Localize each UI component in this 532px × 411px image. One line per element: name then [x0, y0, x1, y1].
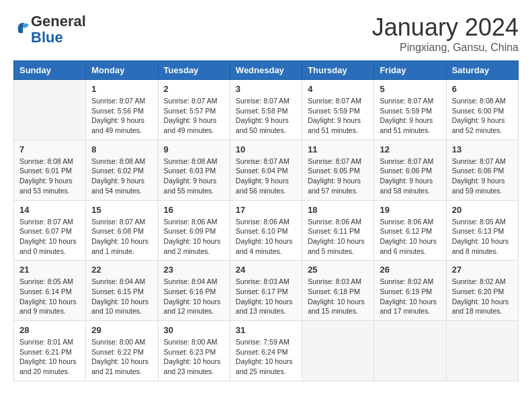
- calendar-cell: 21Sunrise: 8:05 AMSunset: 6:14 PMDayligh…: [14, 261, 86, 321]
- calendar-cell: 6Sunrise: 8:08 AMSunset: 6:00 PMDaylight…: [446, 80, 518, 140]
- day-number: 29: [91, 325, 152, 335]
- day-info: Sunrise: 8:03 AMSunset: 6:17 PMDaylight:…: [236, 277, 296, 316]
- calendar-cell: 17Sunrise: 8:06 AMSunset: 6:10 PMDayligh…: [230, 200, 302, 261]
- calendar-cell: 13Sunrise: 8:07 AMSunset: 6:06 PMDayligh…: [446, 140, 518, 200]
- day-info: Sunrise: 8:08 AMSunset: 6:00 PMDaylight:…: [452, 96, 513, 136]
- calendar-week-row: 21Sunrise: 8:05 AMSunset: 6:14 PMDayligh…: [14, 261, 519, 321]
- calendar-cell: 16Sunrise: 8:06 AMSunset: 6:09 PMDayligh…: [158, 200, 230, 261]
- day-number: 5: [380, 84, 440, 94]
- calendar-cell: 8Sunrise: 8:08 AMSunset: 6:02 PMDaylight…: [86, 140, 158, 200]
- day-number: 3: [236, 84, 296, 94]
- header-friday: Friday: [374, 61, 446, 80]
- day-info: Sunrise: 8:00 AMSunset: 6:22 PMDaylight:…: [91, 337, 152, 377]
- calendar-table: SundayMondayTuesdayWednesdayThursdayFrid…: [13, 60, 519, 381]
- day-info: Sunrise: 8:07 AMSunset: 6:05 PMDaylight:…: [308, 156, 368, 196]
- header-monday: Monday: [86, 61, 158, 80]
- calendar-cell: 31Sunrise: 7:59 AMSunset: 6:24 PMDayligh…: [230, 321, 302, 381]
- header-tuesday: Tuesday: [158, 61, 230, 80]
- day-number: 26: [380, 265, 440, 275]
- calendar-cell: [14, 80, 86, 140]
- day-number: 13: [452, 144, 513, 154]
- calendar-cell: 23Sunrise: 8:04 AMSunset: 6:16 PMDayligh…: [158, 261, 230, 321]
- day-number: 9: [164, 144, 224, 154]
- location-text: Pingxiang, Gansu, China: [372, 42, 519, 54]
- header-thursday: Thursday: [302, 61, 374, 80]
- day-info: Sunrise: 8:07 AMSunset: 6:04 PMDaylight:…: [236, 156, 296, 196]
- calendar-week-row: 28Sunrise: 8:01 AMSunset: 6:21 PMDayligh…: [14, 321, 519, 381]
- calendar-week-row: 7Sunrise: 8:08 AMSunset: 6:01 PMDaylight…: [14, 140, 519, 200]
- logo: General Blue: [13, 13, 86, 46]
- day-info: Sunrise: 8:07 AMSunset: 5:56 PMDaylight:…: [91, 96, 152, 136]
- day-info: Sunrise: 8:08 AMSunset: 6:01 PMDaylight:…: [19, 156, 80, 196]
- day-info: Sunrise: 8:01 AMSunset: 6:21 PMDaylight:…: [19, 337, 80, 377]
- day-number: 6: [452, 84, 513, 94]
- day-number: 14: [19, 205, 80, 215]
- day-number: 23: [164, 265, 224, 275]
- day-number: 11: [308, 144, 368, 154]
- calendar-cell: 7Sunrise: 8:08 AMSunset: 6:01 PMDaylight…: [14, 140, 86, 200]
- day-info: Sunrise: 8:07 AMSunset: 6:06 PMDaylight:…: [452, 156, 513, 196]
- day-info: Sunrise: 8:02 AMSunset: 6:19 PMDaylight:…: [380, 277, 440, 316]
- day-info: Sunrise: 8:04 AMSunset: 6:15 PMDaylight:…: [91, 277, 152, 316]
- day-number: 10: [236, 144, 296, 154]
- day-info: Sunrise: 7:59 AMSunset: 6:24 PMDaylight:…: [236, 337, 296, 377]
- calendar-cell: 22Sunrise: 8:04 AMSunset: 6:15 PMDayligh…: [86, 261, 158, 321]
- day-info: Sunrise: 8:00 AMSunset: 6:23 PMDaylight:…: [164, 337, 224, 377]
- day-info: Sunrise: 8:03 AMSunset: 6:18 PMDaylight:…: [308, 277, 368, 316]
- calendar-cell: 18Sunrise: 8:06 AMSunset: 6:11 PMDayligh…: [302, 200, 374, 261]
- calendar-cell: 25Sunrise: 8:03 AMSunset: 6:18 PMDayligh…: [302, 261, 374, 321]
- day-number: 25: [308, 265, 368, 275]
- day-info: Sunrise: 8:07 AMSunset: 5:58 PMDaylight:…: [236, 96, 296, 136]
- calendar-cell: 11Sunrise: 8:07 AMSunset: 6:05 PMDayligh…: [302, 140, 374, 200]
- calendar-cell: 27Sunrise: 8:02 AMSunset: 6:20 PMDayligh…: [446, 261, 518, 321]
- day-number: 24: [236, 265, 296, 275]
- calendar-cell: 3Sunrise: 8:07 AMSunset: 5:58 PMDaylight…: [230, 80, 302, 140]
- calendar-cell: 9Sunrise: 8:08 AMSunset: 6:03 PMDaylight…: [158, 140, 230, 200]
- day-number: 7: [19, 144, 80, 154]
- calendar-cell: 24Sunrise: 8:03 AMSunset: 6:17 PMDayligh…: [230, 261, 302, 321]
- day-number: 1: [91, 84, 152, 94]
- calendar-cell: 19Sunrise: 8:06 AMSunset: 6:12 PMDayligh…: [374, 200, 446, 261]
- day-number: 17: [236, 205, 296, 215]
- calendar-cell: 10Sunrise: 8:07 AMSunset: 6:04 PMDayligh…: [230, 140, 302, 200]
- day-number: 15: [91, 205, 152, 215]
- day-info: Sunrise: 8:06 AMSunset: 6:09 PMDaylight:…: [164, 217, 224, 257]
- day-info: Sunrise: 8:02 AMSunset: 6:20 PMDaylight:…: [452, 277, 513, 316]
- day-number: 4: [308, 84, 368, 94]
- calendar-cell: [302, 321, 374, 381]
- day-info: Sunrise: 8:08 AMSunset: 6:03 PMDaylight:…: [164, 156, 224, 196]
- day-number: 30: [164, 325, 224, 335]
- calendar-cell: [446, 321, 518, 381]
- day-info: Sunrise: 8:06 AMSunset: 6:10 PMDaylight:…: [236, 217, 296, 257]
- logo-icon: [15, 20, 31, 36]
- calendar-cell: 14Sunrise: 8:07 AMSunset: 6:07 PMDayligh…: [14, 200, 86, 261]
- page-header: General Blue January 2024 Pingxiang, Gan…: [13, 13, 519, 54]
- day-info: Sunrise: 8:07 AMSunset: 5:59 PMDaylight:…: [308, 96, 368, 136]
- title-block: January 2024 Pingxiang, Gansu, China: [372, 13, 519, 54]
- day-number: 28: [19, 325, 80, 335]
- day-info: Sunrise: 8:05 AMSunset: 6:13 PMDaylight:…: [452, 217, 513, 257]
- day-info: Sunrise: 8:07 AMSunset: 5:57 PMDaylight:…: [164, 96, 224, 136]
- day-info: Sunrise: 8:08 AMSunset: 6:02 PMDaylight:…: [91, 156, 152, 196]
- day-number: 19: [380, 205, 440, 215]
- calendar-cell: [374, 321, 446, 381]
- logo-general-text: General: [31, 13, 86, 30]
- day-info: Sunrise: 8:07 AMSunset: 6:08 PMDaylight:…: [91, 217, 152, 257]
- day-number: 8: [91, 144, 152, 154]
- calendar-cell: 30Sunrise: 8:00 AMSunset: 6:23 PMDayligh…: [158, 321, 230, 381]
- day-info: Sunrise: 8:05 AMSunset: 6:14 PMDaylight:…: [19, 277, 80, 316]
- day-number: 31: [236, 325, 296, 335]
- header-saturday: Saturday: [446, 61, 518, 80]
- calendar-week-row: 14Sunrise: 8:07 AMSunset: 6:07 PMDayligh…: [14, 200, 519, 261]
- day-number: 27: [452, 265, 513, 275]
- day-number: 18: [308, 205, 368, 215]
- day-info: Sunrise: 8:04 AMSunset: 6:16 PMDaylight:…: [164, 277, 224, 316]
- calendar-cell: 2Sunrise: 8:07 AMSunset: 5:57 PMDaylight…: [158, 80, 230, 140]
- day-info: Sunrise: 8:07 AMSunset: 6:06 PMDaylight:…: [380, 156, 440, 196]
- calendar-cell: 26Sunrise: 8:02 AMSunset: 6:19 PMDayligh…: [374, 261, 446, 321]
- calendar-week-row: 1Sunrise: 8:07 AMSunset: 5:56 PMDaylight…: [14, 80, 519, 140]
- logo-blue-text: Blue: [31, 29, 63, 46]
- day-info: Sunrise: 8:06 AMSunset: 6:12 PMDaylight:…: [380, 217, 440, 257]
- day-number: 20: [452, 205, 513, 215]
- day-info: Sunrise: 8:06 AMSunset: 6:11 PMDaylight:…: [308, 217, 368, 257]
